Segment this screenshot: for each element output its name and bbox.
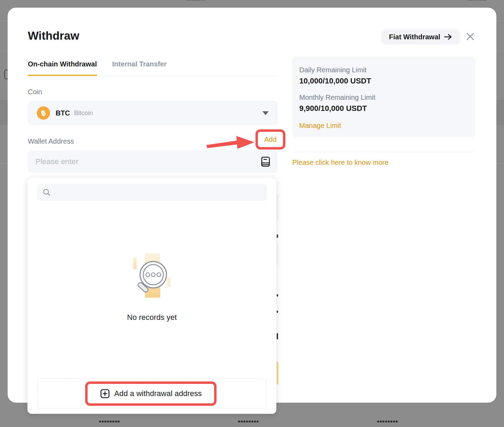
bitcoin-icon: ฿ bbox=[37, 106, 50, 120]
know-more-link[interactable]: Please click here to know more bbox=[292, 159, 389, 167]
add-address-dropzone: Add a withdrawal address bbox=[38, 378, 266, 409]
empty-state-illustration bbox=[131, 252, 173, 300]
close-icon[interactable] bbox=[465, 31, 475, 42]
masked-value: ******** bbox=[363, 419, 412, 426]
tabs-divider bbox=[28, 76, 278, 76]
coin-selector[interactable]: ฿ BTC Bitcoin bbox=[28, 101, 278, 125]
masked-value: ******** bbox=[85, 419, 134, 426]
coin-label: Coin bbox=[28, 88, 42, 96]
add-withdrawal-address-label: Add a withdrawal address bbox=[114, 389, 202, 398]
withdraw-tabs: On-chain Withdrawal Internal Transfer bbox=[28, 60, 166, 76]
wallet-address-input[interactable] bbox=[35, 157, 261, 166]
monthly-limit-value: 9,900/10,000 USDT bbox=[299, 104, 469, 113]
withdraw-modal: Withdraw Fiat Withdrawal On-chain Withdr… bbox=[8, 8, 496, 403]
masked-value: ******** bbox=[453, 0, 502, 3]
hidden-text-edge bbox=[277, 234, 278, 238]
manage-limit-link[interactable]: Manage Limit bbox=[299, 122, 341, 130]
address-book-icon[interactable] bbox=[261, 156, 270, 167]
masked-value: ******** bbox=[172, 0, 221, 3]
hidden-text-edge bbox=[277, 294, 278, 297]
chevron-down-icon bbox=[262, 111, 269, 115]
hidden-text-edge bbox=[277, 311, 278, 313]
daily-limit-label: Daily Remaining Limit bbox=[299, 66, 469, 74]
masked-value: ******** bbox=[224, 419, 273, 426]
hidden-field-edge bbox=[277, 243, 278, 265]
add-withdrawal-address-button[interactable]: Add a withdrawal address bbox=[85, 381, 217, 406]
wallet-address-field bbox=[28, 150, 278, 173]
limits-card: Daily Remaining Limit 10,000/10,000 USDT… bbox=[292, 57, 475, 137]
tab-internal-transfer[interactable]: Internal Transfer bbox=[112, 60, 167, 76]
hidden-text-edge bbox=[277, 333, 278, 339]
fiat-withdrawal-button[interactable]: Fiat Withdrawal bbox=[381, 29, 460, 45]
coin-name: Bitcoin bbox=[74, 110, 93, 117]
right-column-divider bbox=[292, 152, 475, 152]
page-title: Withdraw bbox=[28, 29, 79, 42]
search-icon bbox=[43, 188, 50, 196]
add-annotation-box: Add bbox=[255, 129, 285, 150]
address-book-dropdown: No records yet Add a withdrawal address bbox=[27, 178, 276, 414]
hidden-field-edge bbox=[277, 195, 278, 219]
tab-onchain-withdrawal[interactable]: On-chain Withdrawal bbox=[28, 60, 97, 76]
monthly-limit-label: Monthly Remaining Limit bbox=[299, 94, 469, 102]
add-address-link[interactable]: Add bbox=[264, 136, 277, 144]
fiat-withdrawal-label: Fiat Withdrawal bbox=[389, 33, 440, 41]
empty-state-text: No records yet bbox=[27, 313, 276, 322]
coin-symbol: BTC bbox=[56, 109, 70, 117]
annotation-arrow-icon bbox=[206, 133, 255, 150]
search-input[interactable] bbox=[54, 188, 261, 196]
arrow-right-icon bbox=[444, 33, 452, 40]
hidden-submit-button-edge bbox=[277, 362, 278, 385]
wallet-address-label: Wallet Address bbox=[28, 137, 74, 145]
daily-limit-value: 10,000/10,000 USDT bbox=[299, 76, 469, 86]
plus-icon bbox=[100, 389, 110, 398]
search-field bbox=[37, 184, 267, 201]
